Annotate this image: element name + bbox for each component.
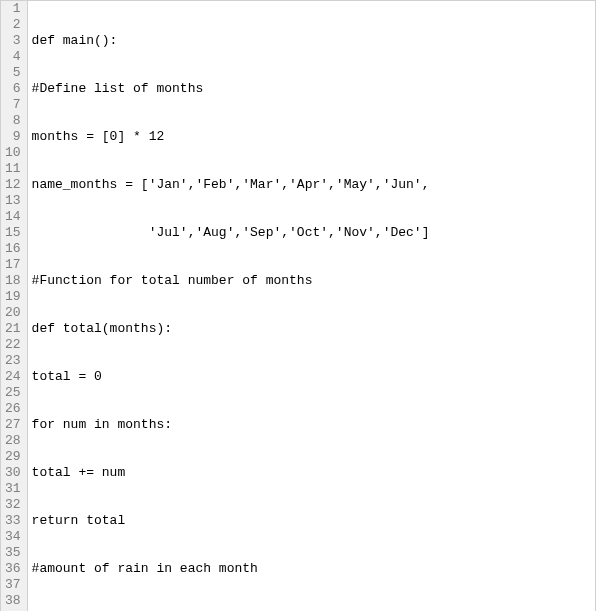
line-number: 11 bbox=[5, 161, 21, 177]
line-number: 36 bbox=[5, 561, 21, 577]
line-number: 14 bbox=[5, 209, 21, 225]
code-line[interactable]: #Function for total number of months bbox=[32, 273, 591, 289]
line-number: 19 bbox=[5, 289, 21, 305]
line-number: 12 bbox=[5, 177, 21, 193]
code-line[interactable]: for num in months: bbox=[32, 417, 591, 433]
code-line[interactable]: total = 0 bbox=[32, 369, 591, 385]
line-number: 15 bbox=[5, 225, 21, 241]
line-number: 35 bbox=[5, 545, 21, 561]
line-number: 2 bbox=[5, 17, 21, 33]
code-content[interactable]: def main(): #Define list of months month… bbox=[28, 1, 595, 611]
code-line[interactable]: def total(months): bbox=[32, 321, 591, 337]
line-number: 3 bbox=[5, 33, 21, 49]
line-number: 9 bbox=[5, 129, 21, 145]
line-number: 20 bbox=[5, 305, 21, 321]
code-line[interactable]: return total bbox=[32, 513, 591, 529]
line-number: 29 bbox=[5, 449, 21, 465]
code-line[interactable]: def main(): bbox=[32, 33, 591, 49]
line-number: 23 bbox=[5, 353, 21, 369]
line-number: 25 bbox=[5, 385, 21, 401]
code-line[interactable]: total += num bbox=[32, 465, 591, 481]
code-line[interactable]: name_months = ['Jan','Feb','Mar','Apr','… bbox=[32, 177, 591, 193]
line-number: 21 bbox=[5, 321, 21, 337]
line-number: 17 bbox=[5, 257, 21, 273]
line-number: 7 bbox=[5, 97, 21, 113]
line-number-gutter: 1 2 3 4 5 6 7 8 9 10 11 12 13 14 15 16 1… bbox=[1, 1, 28, 611]
line-number: 37 bbox=[5, 577, 21, 593]
line-number: 5 bbox=[5, 65, 21, 81]
line-number: 4 bbox=[5, 49, 21, 65]
line-number: 16 bbox=[5, 241, 21, 257]
code-editor: 1 2 3 4 5 6 7 8 9 10 11 12 13 14 15 16 1… bbox=[0, 0, 596, 611]
line-number: 10 bbox=[5, 145, 21, 161]
line-number: 30 bbox=[5, 465, 21, 481]
line-number: 18 bbox=[5, 273, 21, 289]
line-number: 13 bbox=[5, 193, 21, 209]
line-number: 22 bbox=[5, 337, 21, 353]
line-number: 33 bbox=[5, 513, 21, 529]
line-number: 6 bbox=[5, 81, 21, 97]
line-number: 34 bbox=[5, 529, 21, 545]
line-number: 26 bbox=[5, 401, 21, 417]
line-number: 8 bbox=[5, 113, 21, 129]
line-number: 24 bbox=[5, 369, 21, 385]
code-line[interactable]: 'Jul','Aug','Sep','Oct','Nov','Dec'] bbox=[32, 225, 591, 241]
code-line[interactable]: months = [0] * 12 bbox=[32, 129, 591, 145]
line-number: 28 bbox=[5, 433, 21, 449]
line-number: 32 bbox=[5, 497, 21, 513]
code-line[interactable]: #Define list of months bbox=[32, 81, 591, 97]
code-line[interactable]: #amount of rain in each month bbox=[32, 561, 591, 577]
line-number: 31 bbox=[5, 481, 21, 497]
line-number: 27 bbox=[5, 417, 21, 433]
line-number: 1 bbox=[5, 1, 21, 17]
line-number: 38 bbox=[5, 593, 21, 609]
